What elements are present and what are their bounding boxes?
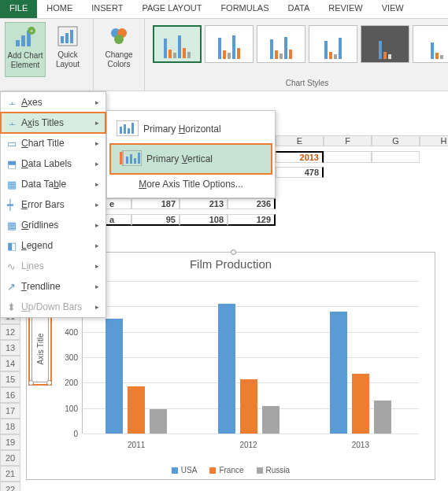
cell-c4[interactable]: 187 xyxy=(131,198,180,209)
col-header-e[interactable]: E xyxy=(276,135,324,146)
tab-formulas[interactable]: FORMULAS xyxy=(211,0,278,18)
row-header-20[interactable]: 20 xyxy=(0,450,20,466)
svg-rect-21 xyxy=(134,158,136,164)
chart-style-6[interactable] xyxy=(413,25,448,63)
legend-france[interactable]: France xyxy=(209,466,243,474)
svg-rect-8 xyxy=(70,30,73,43)
chevron-right-icon: ▸ xyxy=(95,262,99,270)
chart-styles-gallery xyxy=(150,22,448,66)
chart-style-1[interactable] xyxy=(153,25,202,63)
add-chart-element-button[interactable]: + Add Chart Element xyxy=(5,22,46,77)
chart-style-3[interactable] xyxy=(257,25,305,63)
chevron-right-icon: ▸ xyxy=(95,180,99,188)
cell-b4-partial[interactable]: e xyxy=(106,198,131,209)
row-header-21[interactable]: 21 xyxy=(0,466,20,482)
cell-d4[interactable]: 213 xyxy=(180,198,228,209)
row-header-16[interactable]: 16 xyxy=(0,387,20,403)
svg-rect-18 xyxy=(120,152,122,164)
primary-vertical[interactable]: Primary Vertical xyxy=(110,144,272,174)
cell-e5[interactable]: 129 xyxy=(228,214,276,226)
chart-legend[interactable]: USA France Russia xyxy=(27,466,435,474)
col-header-g[interactable]: G xyxy=(372,135,420,146)
tab-view[interactable]: VIEW xyxy=(372,0,413,18)
chevron-right-icon: ▸ xyxy=(95,221,99,229)
col-header-f[interactable]: F xyxy=(324,135,372,146)
legend-icon: ◧ xyxy=(7,240,21,252)
chart-title-icon: ▭ xyxy=(7,138,21,150)
cell-e4[interactable]: 236 xyxy=(228,198,276,209)
cell-e3[interactable]: 478 xyxy=(276,167,324,178)
row-header-15[interactable]: 15 xyxy=(0,371,20,387)
row-header-12[interactable]: 12 xyxy=(0,324,20,340)
axes-icon: ⫠ xyxy=(7,97,21,109)
menu-trendline[interactable]: ↗Trendline▸ xyxy=(1,276,106,297)
menu-legend[interactable]: ◧Legend▸ xyxy=(1,235,106,256)
chevron-right-icon: ▸ xyxy=(95,119,99,127)
row-header-14[interactable]: 14 xyxy=(0,356,20,371)
menu-error-bars[interactable]: ┿Error Bars▸ xyxy=(1,194,106,215)
row-header-13[interactable]: 13 xyxy=(0,340,20,356)
chart-styles-group-label: Chart Styles xyxy=(150,79,448,89)
legend-russia[interactable]: Russia xyxy=(257,466,291,474)
menu-data-table[interactable]: ▦Data Table▸ xyxy=(1,174,106,194)
row-header-18[interactable]: 18 xyxy=(0,419,20,434)
plot-area[interactable]: 0100200300400500600201120122013 xyxy=(82,281,419,434)
trendline-icon: ↗ xyxy=(7,281,21,293)
cell-f2[interactable] xyxy=(324,151,372,163)
primary-horizontal-icon xyxy=(117,120,143,138)
tab-review[interactable]: REVIEW xyxy=(319,0,372,18)
quick-layout-button[interactable]: Quick Layout xyxy=(47,22,88,77)
menu-lines: ∿Lines▸ xyxy=(1,256,106,276)
legend-usa[interactable]: USA xyxy=(172,466,198,474)
row-header-22[interactable]: 22 xyxy=(0,482,20,491)
svg-rect-6 xyxy=(61,36,64,43)
svg-rect-19 xyxy=(126,157,128,164)
svg-point-11 xyxy=(114,35,124,44)
axis-titles-icon: ⫠ xyxy=(7,117,21,129)
more-axis-title-options[interactable]: More Axis Title Options... xyxy=(107,174,275,194)
gridlines-icon: ▦ xyxy=(7,220,21,231)
tab-file[interactable]: FILE xyxy=(0,0,37,18)
menu-axis-titles[interactable]: ⫠Axis Titles▸ xyxy=(1,113,106,133)
svg-rect-14 xyxy=(124,124,126,134)
menu-chart-title[interactable]: ▭Chart Title▸ xyxy=(1,133,106,153)
tab-home[interactable]: HOME xyxy=(37,0,82,18)
menu-gridlines[interactable]: ▦Gridlines▸ xyxy=(1,215,106,235)
change-colors-label: Change Colors xyxy=(105,50,132,69)
add-chart-element-icon: + xyxy=(13,24,38,50)
ribbon-body: + Add Chart Element Quick Layout Change … xyxy=(0,19,448,91)
row-header-19[interactable]: 19 xyxy=(0,434,20,450)
tab-insert[interactable]: INSERT xyxy=(82,0,132,18)
chart-style-2[interactable] xyxy=(205,25,254,63)
primary-horizontal-label: Primary Horizontal xyxy=(143,124,221,135)
menu-data-labels[interactable]: ⬒Data Labels▸ xyxy=(1,153,106,174)
row-header-17[interactable]: 17 xyxy=(0,403,20,419)
menu-updown-bars: ⬍Up/Down Bars▸ xyxy=(1,297,106,317)
svg-rect-20 xyxy=(130,154,132,164)
svg-rect-15 xyxy=(128,128,130,134)
menu-axes[interactable]: ⫠Axes▸ xyxy=(1,92,106,113)
cell-c5[interactable]: 95 xyxy=(131,214,180,226)
tab-page-layout[interactable]: PAGE LAYOUT xyxy=(132,0,211,18)
add-chart-element-label: Add Chart Element xyxy=(7,51,43,70)
chevron-right-icon: ▸ xyxy=(95,98,99,106)
primary-vertical-icon xyxy=(120,150,146,168)
tab-data[interactable]: DATA xyxy=(279,0,320,18)
chart-style-4[interactable] xyxy=(309,25,357,63)
chevron-right-icon: ▸ xyxy=(95,282,99,290)
svg-text:+: + xyxy=(30,28,34,35)
cell-e2[interactable]: 2013 xyxy=(276,151,324,163)
ribbon-tabs: FILE HOME INSERT PAGE LAYOUT FORMULAS DA… xyxy=(0,0,448,19)
vertical-axis-title[interactable]: Axis Title xyxy=(31,315,49,382)
primary-horizontal[interactable]: Primary Horizontal xyxy=(107,114,275,144)
cell-d5[interactable]: 108 xyxy=(180,214,228,226)
cell-b5-partial[interactable]: a xyxy=(106,214,131,226)
axis-title-text[interactable]: Axis Title xyxy=(36,333,45,364)
chart-style-5[interactable] xyxy=(361,25,409,63)
chevron-right-icon: ▸ xyxy=(95,303,99,311)
updown-icon: ⬍ xyxy=(7,301,21,313)
svg-rect-7 xyxy=(65,33,68,43)
change-colors-button[interactable]: Change Colors xyxy=(98,22,139,77)
cell-g2[interactable] xyxy=(372,151,420,163)
col-header-h[interactable]: H xyxy=(420,135,448,146)
